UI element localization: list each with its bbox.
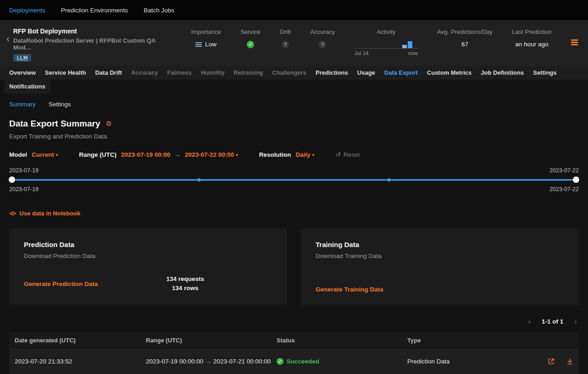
cell-date-generated: 2023-07-20 21:33:52 — [15, 358, 146, 365]
llm-badge: LLM — [13, 54, 32, 61]
cell-range: 2023-07-19 00:00:00 → 2023-07-21 00:00:0… — [146, 358, 277, 365]
prediction-card-title: Prediction Data — [24, 241, 272, 248]
range-end-select[interactable]: 2023-07-22 00:00 ▾ — [185, 151, 238, 158]
status-succeeded-icon: ✓ — [277, 358, 283, 365]
drift-help-icon[interactable]: ? — [282, 41, 289, 48]
export-history-table: Date generated (UTC) Range (UTC) Status … — [9, 332, 579, 374]
stat-accuracy: Accuracy ? — [311, 28, 335, 48]
generate-training-data-button[interactable]: Generate Training Data — [316, 286, 383, 293]
use-data-in-notebook-link[interactable]: </> Use data in Notebook — [9, 210, 80, 217]
range-start-select[interactable]: 2023-07-19 00:00 — [121, 151, 170, 158]
importance-label: Importance — [191, 28, 221, 35]
resolution-select[interactable]: Daily ▾ — [296, 151, 315, 158]
stat-drift: Drift ? — [280, 28, 291, 48]
prediction-card-subtitle: Download Prediction Data — [24, 253, 272, 259]
pagination: ‹ 1-1 of 1 › — [9, 318, 579, 325]
stat-activity: Activity Jul 14 now — [355, 28, 418, 56]
nav-item-prediction-environments[interactable]: Prediction Environments — [61, 7, 128, 14]
resolution-value: Daily — [296, 151, 311, 158]
slider-tick — [197, 178, 200, 182]
subnav-summary[interactable]: Summary — [9, 101, 36, 108]
chevron-down-icon: ▾ — [312, 153, 315, 157]
tab-service-health[interactable]: Service Health — [40, 66, 91, 80]
notebook-link-label: Use data in Notebook — [19, 210, 80, 217]
model-select[interactable]: Current ▾ — [32, 151, 58, 158]
row-actions — [535, 358, 573, 365]
slider-handle-left[interactable] — [9, 176, 15, 183]
reset-label: Reset — [344, 151, 360, 158]
header-status: Status — [277, 337, 407, 344]
requests-count: 134 requests — [166, 275, 204, 284]
tab-custom-metrics[interactable]: Custom Metrics — [422, 66, 477, 80]
tab-settings[interactable]: Settings — [528, 66, 561, 80]
export-cards: Prediction Data Download Prediction Data… — [9, 229, 579, 305]
resolution-label: Resolution — [259, 151, 291, 158]
last-prediction-value: an hour ago — [515, 41, 548, 48]
tab-overview[interactable]: Overview — [5, 66, 40, 80]
chevron-down-icon: ▾ — [56, 153, 58, 157]
deployment-stats: Importance Low Service ✓ Drift ? Accurac… — [173, 27, 581, 56]
deployment-header: ‹ RFP Bot Deployment DataRobot Predictio… — [0, 20, 588, 66]
table-row[interactable]: 2023-07-20 21:33:52 2023-07-19 00:00:00 … — [9, 349, 579, 374]
range-start-value: 2023-07-19 00:00:00 — [146, 358, 203, 365]
slider-track[interactable] — [9, 179, 579, 181]
training-card-title: Training Data — [316, 241, 564, 248]
slider-tick — [388, 178, 391, 182]
nav-item-deployments[interactable]: Deployments — [9, 7, 45, 14]
main-content: Data Export Summary ⚙ Export Training an… — [0, 119, 588, 374]
deployment-tabbar-row2: Notifications — [0, 80, 588, 94]
cell-status: ✓ Succeeded — [277, 358, 407, 365]
code-icon: </> — [9, 210, 16, 217]
slider-bottom-left-label: 2023-07-19 — [9, 186, 39, 192]
tab-data-drift[interactable]: Data Drift — [90, 66, 127, 80]
top-nav: Deployments Prediction Environments Batc… — [0, 0, 588, 20]
range-label: Range (UTC) — [79, 151, 116, 158]
model-label: Model — [9, 151, 27, 158]
tab-job-definitions[interactable]: Job Definitions — [476, 66, 528, 80]
data-export-subnav: Summary Settings — [0, 94, 588, 108]
stat-last-prediction: Last Prediction an hour ago — [512, 28, 551, 48]
arrow-right-icon: → — [205, 358, 211, 365]
tab-retraining: Retraining — [229, 66, 267, 80]
prev-page-icon[interactable]: ‹ — [528, 318, 531, 325]
service-label: Service — [240, 28, 260, 35]
header-date-generated: Date generated (UTC) — [15, 337, 146, 344]
deployment-tabbar: Overview Service Health Data Drift Accur… — [0, 66, 588, 80]
stat-importance: Importance Low — [191, 28, 221, 48]
tab-humility: Humility — [196, 66, 229, 80]
tab-usage[interactable]: Usage — [353, 66, 380, 80]
open-external-icon[interactable] — [548, 358, 555, 365]
cell-type: Prediction Data — [407, 358, 535, 365]
filter-controls: Model Current ▾ Range (UTC) 2023-07-19 0… — [9, 151, 579, 158]
generate-prediction-data-button[interactable]: Generate Prediction Data — [24, 280, 98, 287]
activity-label: Activity — [377, 28, 395, 35]
accuracy-help-icon[interactable]: ? — [319, 41, 326, 48]
nav-item-batch-jobs[interactable]: Batch Jobs — [144, 7, 174, 14]
activity-start-label: Jul 14 — [355, 50, 369, 56]
date-range-slider: 2023-07-19 2023-07-22 2023-07-19 2023-07… — [9, 167, 579, 192]
export-settings-gear-icon[interactable]: ⚙ — [106, 120, 112, 128]
tab-fairness: Fairness — [163, 66, 196, 80]
slider-top-right-label: 2023-07-22 — [549, 167, 579, 174]
back-chevron-icon[interactable]: ‹ — [3, 27, 13, 43]
menu-icon[interactable] — [571, 39, 578, 45]
slider-handle-right[interactable] — [573, 176, 579, 183]
table-header: Date generated (UTC) Range (UTC) Status … — [9, 332, 579, 349]
importance-lines-icon — [195, 42, 202, 47]
prediction-data-card: Prediction Data Download Prediction Data… — [9, 229, 287, 305]
importance-value: Low — [205, 41, 216, 48]
next-page-icon[interactable]: › — [574, 318, 577, 325]
range-end-value: 2023-07-21 00:00:00 — [213, 358, 271, 365]
reset-button[interactable]: ↺ Reset — [335, 151, 360, 158]
avg-predictions-value: 67 — [461, 41, 468, 48]
status-text: Succeeded — [287, 358, 319, 365]
service-ok-icon: ✓ — [247, 41, 254, 48]
rows-count: 134 rows — [166, 284, 204, 293]
deployment-subtitle: DataRobot Prediction Server | RFPBot Cus… — [13, 37, 173, 51]
tab-data-export[interactable]: Data Export — [380, 66, 422, 80]
subnav-settings[interactable]: Settings — [49, 101, 71, 108]
download-icon[interactable] — [566, 358, 573, 365]
tab-notifications[interactable]: Notifications — [5, 80, 50, 94]
tab-predictions[interactable]: Predictions — [311, 66, 353, 80]
training-data-card: Training Data Download Training Data Gen… — [301, 229, 579, 305]
